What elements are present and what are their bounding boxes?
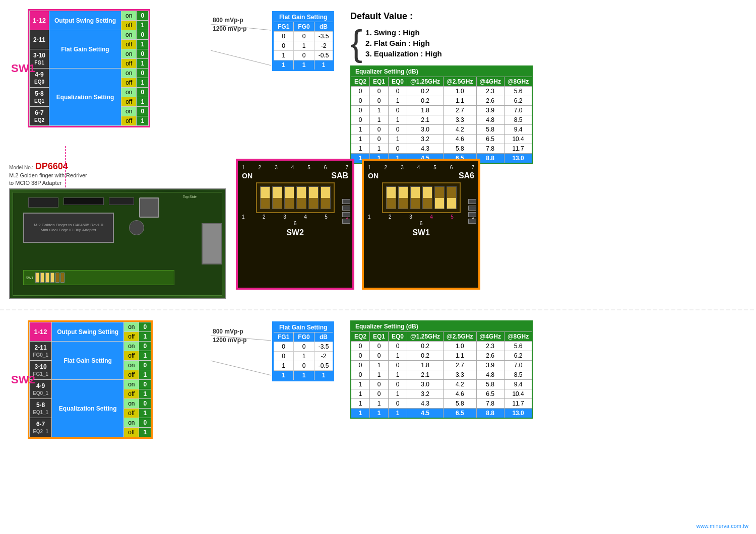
sw1-output-swing-label: Output Swing Setting	[49, 11, 121, 30]
flat-gain-section-top: Flat Gain Setting FG1 FG0 dB 0 0 -3.5 0 …	[272, 11, 334, 71]
sw2-label: SW2	[11, 373, 35, 386]
eq-section-top: Equalizer Setting (dB) EQ2 EQ1 EQ0 @1.25…	[350, 65, 533, 164]
sw1-pins-1-12: 1-12	[30, 11, 49, 30]
model-line1: M.2 Golden finger with Redriver	[9, 172, 87, 178]
model-number: DP6604	[35, 161, 68, 171]
sw1-flat-gain-label: Flat Gain Setting	[49, 30, 121, 69]
fg0-header: FG0	[294, 22, 314, 32]
sw1-pins-6-7: 6-7EQ2	[30, 107, 49, 126]
svg-line-1	[211, 50, 271, 65]
dip-sw2-name: SW2	[286, 228, 304, 237]
flat-gain-table-top: Flat Gain Setting FG1 FG0 dB 0 0 -3.5 0 …	[272, 11, 334, 71]
sw1-off-value: 1	[137, 21, 149, 30]
default-eq: 3. Equalization : High	[365, 49, 442, 58]
db-header: dB	[314, 22, 334, 32]
default-swing: 1. Swing : High	[365, 28, 442, 37]
flat-gain-section-bottom: Flat Gain Setting FG1 FG0 dB 00-3.5 01-2…	[272, 321, 334, 381]
sw1-800mvpp: 800 mVp-p	[213, 17, 243, 24]
eq-title-top: Equalizer Setting (dB)	[351, 66, 532, 77]
sw1-pins-2-11: 2-11	[30, 30, 49, 49]
sw2-1200mvpp: 1200 mVp-p	[213, 337, 246, 344]
sw1-pins-5-8: 5-8EQ1	[30, 88, 49, 107]
sw2-table: 1-12 Output Swing Setting on 0 off 1 2-1…	[29, 322, 151, 437]
flat-gain-title-top: Flat Gain Setting	[273, 12, 334, 22]
sw1-equalization-label: Equalization Setting	[49, 69, 121, 126]
sw2-800mvpp: 800 mVp-p	[213, 328, 243, 335]
dip-sw1-switches	[382, 182, 461, 213]
svg-line-4	[211, 361, 271, 375]
dip-sw1-board: 1234567 ON SA6	[362, 159, 480, 290]
eq-section-bottom: Equalizer Setting (dB) EQ2 EQ1 EQ0 @1.25…	[350, 320, 533, 419]
pcb-board: M.2 Golden Finger to C484505 Rev1.0Mini …	[9, 188, 226, 299]
model-info: Model No.: DP6604	[9, 161, 68, 172]
flat-gain-title-bottom: Flat Gain Setting	[273, 322, 334, 332]
default-flatgain: 2. Flat Gain : High	[365, 39, 442, 47]
sw1-table: 1-12 Output Swing Setting on 0 off 1 2-1…	[29, 11, 149, 126]
flat-gain-table-bottom: Flat Gain Setting FG1 FG0 dB 00-3.5 01-2…	[272, 321, 334, 381]
dip-sw1-name: SW1	[412, 228, 430, 237]
default-value-box: Default Value : { 1. Swing : High 2. Fla…	[350, 11, 442, 61]
sw1-off-label: off	[121, 21, 137, 30]
brace-symbol: {	[350, 25, 362, 61]
sw1-1200mvpp: 1200 mVp-p	[213, 25, 246, 32]
sw1-on-label: on	[121, 11, 137, 21]
model-prefix: Model No.:	[9, 165, 33, 170]
eq-table-bottom: Equalizer Setting (dB) EQ2 EQ1 EQ0 @1.25…	[350, 320, 533, 419]
sw1-on-value: 0	[137, 11, 149, 21]
dip-sw2-board: 1234567 ON SAB	[236, 159, 354, 290]
model-line2: to MCIO 38P Adapter	[9, 180, 61, 186]
eq-table-top: Equalizer Setting (dB) EQ2 EQ1 EQ0 @1.25…	[350, 65, 533, 164]
sw2-section: SW2 1-12 Output Swing Setting on 0 off 1…	[28, 320, 153, 440]
dip-sw2-switches	[256, 182, 335, 213]
fg1-header: FG1	[273, 22, 294, 32]
sw1-label: SW1	[11, 62, 35, 75]
sw1-section: SW1 1-12 Output Swing Setting on 0 off 1…	[28, 9, 150, 129]
default-value-title: Default Value :	[350, 11, 442, 22]
footer-url: www.minerva.com.tw	[697, 523, 748, 529]
